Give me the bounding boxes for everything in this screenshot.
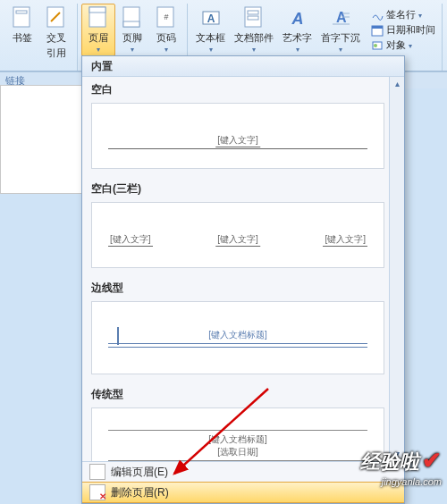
delete-icon: ✕ bbox=[89, 484, 105, 500]
chevron-down-icon: ▾ bbox=[131, 46, 134, 54]
dropcap-button[interactable]: A 首字下沉 ▾ bbox=[316, 4, 365, 56]
chevron-down-icon: ▾ bbox=[339, 46, 342, 54]
gallery-body: ▴ ▾ 空白 [键入文字] 空白(三栏) [键入文字] [键入文字] [键入文字… bbox=[82, 77, 404, 461]
parts-label: 文档部件 bbox=[234, 31, 274, 45]
svg-rect-12 bbox=[248, 11, 258, 14]
svg-rect-20 bbox=[372, 26, 383, 29]
datetime-button[interactable]: 日期和时间 bbox=[368, 22, 438, 38]
document-page bbox=[0, 85, 82, 194]
footer-icon bbox=[120, 6, 145, 29]
gallery-title: 内置 bbox=[82, 56, 404, 77]
gallery-scrollbar[interactable]: ▴ ▾ bbox=[389, 77, 404, 461]
chevron-down-icon: ▾ bbox=[296, 46, 299, 54]
ribbon-group-symbols: π 公 bbox=[443, 4, 447, 71]
header-gallery-dropdown: 内置 ▴ ▾ 空白 [键入文字] 空白(三栏) [键入文字] [键入文字] [键… bbox=[81, 55, 405, 504]
gallery-section-three-col: 空白(三栏) bbox=[82, 176, 404, 198]
menu-edit-header[interactable]: 编辑页眉(E) bbox=[82, 462, 404, 482]
placeholder-text: [键入文字] bbox=[108, 233, 153, 247]
chevron-down-icon: ▾ bbox=[97, 46, 100, 54]
signature-label: 签名行 bbox=[386, 8, 416, 21]
object-icon bbox=[371, 39, 384, 52]
object-label: 对象 bbox=[386, 38, 406, 52]
svg-text:A: A bbox=[291, 10, 303, 28]
gallery-item-sideline[interactable]: [键入文档标题] bbox=[91, 301, 384, 374]
textbox-button[interactable]: A 文本框 ▾ bbox=[191, 4, 230, 56]
vertical-rule bbox=[117, 327, 119, 345]
chevron-down-icon: ▾ bbox=[409, 42, 412, 50]
gallery-section-sideline: 边线型 bbox=[82, 275, 404, 298]
svg-rect-13 bbox=[248, 16, 258, 20]
signature-icon bbox=[371, 9, 384, 21]
svg-text:#: # bbox=[164, 13, 168, 21]
gallery-item-traditional[interactable]: [键入文档标题] [选取日期] bbox=[91, 407, 384, 461]
parts-icon bbox=[241, 6, 266, 29]
check-icon: ✔ bbox=[422, 447, 442, 474]
svg-rect-4 bbox=[89, 7, 105, 13]
header-icon bbox=[86, 6, 111, 29]
edit-icon bbox=[89, 464, 105, 480]
svg-text:A: A bbox=[207, 13, 215, 25]
gallery-footer: 编辑页眉(E) ✕ 删除页眉(R) 将所选内容保存到页眉库(S)... bbox=[82, 461, 404, 504]
pagenum-button[interactable]: # 页码 ▾ bbox=[149, 4, 183, 56]
wordart-icon: A bbox=[285, 6, 310, 29]
placeholder-text: [键入文字] bbox=[323, 233, 367, 247]
crossref-icon bbox=[44, 6, 69, 29]
menu-remove-header[interactable]: ✕ 删除页眉(R) bbox=[82, 482, 404, 503]
crossref-button[interactable]: 交叉 引用 bbox=[39, 4, 73, 63]
chevron-down-icon: ▾ bbox=[252, 46, 256, 54]
wordart-label: 艺术字 bbox=[283, 31, 312, 45]
gallery-section-traditional: 传统型 bbox=[82, 382, 404, 404]
dropcap-label: 首字下沉 bbox=[321, 31, 360, 45]
textbox-icon: A bbox=[198, 6, 224, 29]
chevron-down-icon: ▾ bbox=[418, 12, 422, 20]
placeholder-text: [键入文档标题] bbox=[207, 329, 269, 341]
parts-button[interactable]: 文档部件 ▾ bbox=[230, 4, 278, 56]
crossref-label-1: 交叉 bbox=[46, 31, 66, 45]
menu-remove-label: 删除页眉(R) bbox=[111, 485, 169, 500]
pagenum-icon: # bbox=[154, 6, 179, 29]
placeholder-text: [键入文字] bbox=[215, 233, 260, 247]
textbox-label: 文本框 bbox=[196, 31, 225, 45]
scroll-up-icon[interactable]: ▴ bbox=[390, 77, 404, 91]
svg-rect-6 bbox=[123, 21, 139, 27]
chevron-down-icon: ▾ bbox=[209, 46, 213, 54]
gallery-item-blank[interactable]: [键入文字] bbox=[91, 103, 384, 169]
placeholder-text: [选取日期] bbox=[215, 446, 260, 458]
header-button[interactable]: 页眉 ▾ bbox=[81, 4, 115, 56]
chevron-down-icon: ▾ bbox=[164, 46, 168, 54]
watermark-url: jingyanla.com bbox=[382, 476, 442, 487]
gallery-section-blank: 空白 bbox=[82, 77, 404, 99]
svg-point-22 bbox=[374, 44, 377, 47]
bookmark-icon bbox=[10, 6, 35, 29]
signature-button[interactable]: 签名行▾ bbox=[368, 7, 438, 22]
crossref-label-2: 引用 bbox=[46, 46, 66, 60]
calendar-icon bbox=[371, 24, 384, 37]
watermark: 经验啦 ✔ jingyanla.com bbox=[360, 447, 442, 488]
header-label: 页眉 bbox=[89, 31, 108, 45]
watermark-text: 经验啦 bbox=[360, 450, 419, 473]
footer-label: 页脚 bbox=[122, 31, 142, 45]
pagenum-label: 页码 bbox=[156, 31, 176, 45]
menu-edit-label: 编辑页眉(E) bbox=[111, 465, 168, 480]
svg-rect-1 bbox=[16, 11, 27, 13]
placeholder-text: [键入文档标题] bbox=[207, 433, 269, 446]
datetime-label: 日期和时间 bbox=[386, 23, 435, 37]
gallery-item-three-col[interactable]: [键入文字] [键入文字] [键入文字] bbox=[91, 202, 384, 268]
footer-button[interactable]: 页脚 ▾ bbox=[115, 4, 149, 56]
dropcap-icon: A bbox=[328, 6, 353, 29]
svg-rect-0 bbox=[13, 7, 30, 27]
bookmark-label: 书签 bbox=[13, 31, 32, 45]
placeholder-text: [键入文字] bbox=[215, 134, 260, 147]
bookmark-button[interactable]: 书签 bbox=[5, 4, 39, 63]
wordart-button[interactable]: A 艺术字 ▾ bbox=[278, 4, 316, 56]
object-button[interactable]: 对象▾ bbox=[368, 38, 438, 53]
ribbon-group-links: 书签 交叉 引用 bbox=[2, 4, 78, 71]
